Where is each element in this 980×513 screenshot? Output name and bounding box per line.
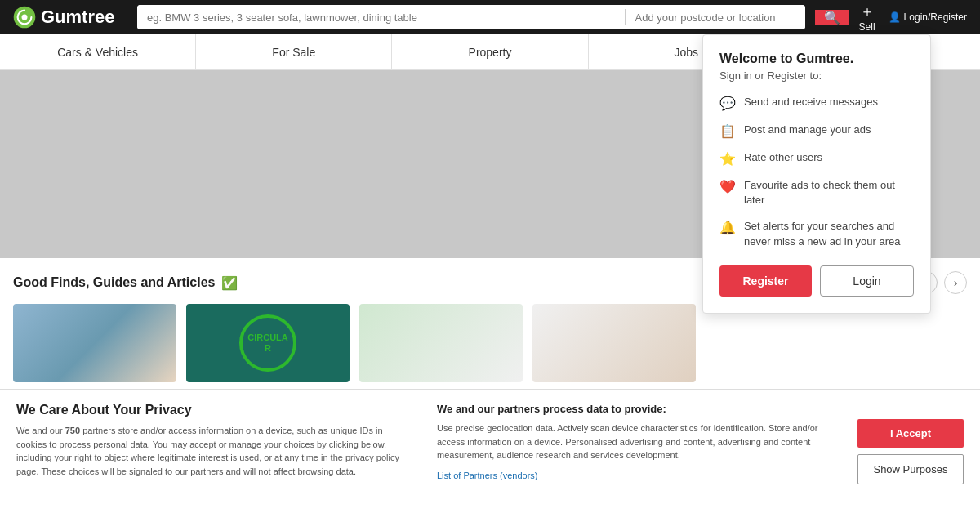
privacy-right-text: Use precise geolocation data. Actively s… bbox=[437, 422, 825, 462]
dropdown-login-button[interactable]: Login bbox=[820, 265, 914, 297]
privacy-text: We and our 750 partners store and/or acc… bbox=[16, 424, 404, 478]
articles-title-text: Good Finds, Guides and Articles bbox=[13, 275, 215, 290]
header-actions: ＋ Sell 👤 Login/Register bbox=[859, 2, 967, 33]
dropdown-title: Welcome to Gumtree. bbox=[719, 51, 914, 66]
dropdown-register-button[interactable]: Register bbox=[719, 265, 812, 297]
privacy-left: We Care About Your Privacy We and our 75… bbox=[16, 403, 404, 500]
accept-button[interactable]: I Accept bbox=[858, 419, 964, 448]
sell-button[interactable]: ＋ Sell bbox=[859, 2, 875, 33]
ads-text: Post and manage your ads bbox=[744, 123, 871, 137]
privacy-title: We Care About Your Privacy bbox=[16, 403, 404, 417]
search-button[interactable]: 🔍 bbox=[815, 10, 849, 25]
articles-next-button[interactable]: › bbox=[944, 271, 967, 294]
article-card-3[interactable] bbox=[359, 304, 523, 382]
privacy-right: We and our partners process data to prov… bbox=[437, 403, 825, 500]
logo-text: Gumtree bbox=[41, 7, 114, 28]
logo[interactable]: Gumtree bbox=[13, 6, 127, 29]
nav-item-property[interactable]: Property bbox=[392, 34, 588, 69]
dropdown-subtitle: Sign in or Register to: bbox=[719, 69, 914, 82]
nav-cars-label: Cars & Vehicles bbox=[57, 46, 138, 59]
alerts-text: Set alerts for your searches and never m… bbox=[744, 219, 914, 248]
nav-item-forsale[interactable]: For Sale bbox=[196, 34, 392, 69]
nav-item-cars[interactable]: Cars & Vehicles bbox=[0, 34, 196, 69]
privacy-banner: We Care About Your Privacy We and our 75… bbox=[0, 389, 980, 513]
show-purposes-button[interactable]: Show Purposes bbox=[858, 454, 964, 484]
favourite-icon: ❤️ bbox=[719, 179, 736, 194]
dropdown-item-rate: ⭐ Rate other users bbox=[719, 150, 914, 167]
verified-badge: ✅ bbox=[221, 275, 238, 291]
dropdown-item-ads: 📋 Post and manage your ads bbox=[719, 123, 914, 139]
dropdown-item-messages: 💬 Send and receive messages bbox=[719, 95, 914, 111]
search-icon: 🔍 bbox=[824, 10, 840, 25]
article-card-4[interactable] bbox=[532, 304, 696, 382]
dropdown-item-favourite: ❤️ Favourite ads to check them out later bbox=[719, 178, 914, 207]
sell-label: Sell bbox=[859, 21, 875, 33]
nav-property-label: Property bbox=[469, 46, 512, 59]
articles-cards: CIRCULAR bbox=[13, 304, 967, 386]
ads-icon: 📋 bbox=[719, 123, 736, 139]
login-register-button[interactable]: 👤 Login/Register bbox=[889, 11, 967, 23]
header: Gumtree 🔍 ＋ Sell 👤 Login/Register bbox=[0, 0, 980, 34]
rate-text: Rate other users bbox=[744, 150, 822, 165]
favourite-text: Favourite ads to check them out later bbox=[744, 178, 914, 207]
circular-badge: CIRCULAR bbox=[239, 314, 296, 372]
partners-link[interactable]: List of Partners (vendors) bbox=[437, 471, 538, 480]
article-card-2[interactable]: CIRCULAR bbox=[186, 304, 350, 382]
privacy-right-title: We and our partners process data to prov… bbox=[437, 403, 825, 415]
messages-icon: 💬 bbox=[719, 96, 736, 111]
login-label: Login/Register bbox=[904, 11, 967, 23]
dropdown-item-alerts: 🔔 Set alerts for your searches and never… bbox=[719, 219, 914, 248]
search-input[interactable] bbox=[137, 5, 625, 29]
rate-icon: ⭐ bbox=[719, 151, 736, 167]
article-card-1[interactable] bbox=[13, 304, 176, 382]
nav-forsale-label: For Sale bbox=[272, 46, 315, 59]
dropdown-buttons: Register Login bbox=[719, 265, 914, 297]
plus-icon: ＋ bbox=[859, 2, 875, 21]
nav-jobs-label: Jobs bbox=[674, 46, 698, 59]
chevron-right-icon: › bbox=[954, 276, 958, 289]
privacy-buttons: I Accept Show Purposes bbox=[858, 403, 964, 500]
alerts-icon: 🔔 bbox=[719, 220, 736, 235]
articles-title: Good Finds, Guides and Articles ✅ bbox=[13, 275, 238, 291]
location-input[interactable] bbox=[626, 5, 805, 29]
user-icon: 👤 bbox=[889, 11, 901, 23]
search-bar bbox=[137, 5, 805, 29]
svg-point-1 bbox=[22, 15, 28, 20]
welcome-dropdown: Welcome to Gumtree. Sign in or Register … bbox=[702, 34, 931, 314]
messages-text: Send and receive messages bbox=[744, 95, 878, 109]
